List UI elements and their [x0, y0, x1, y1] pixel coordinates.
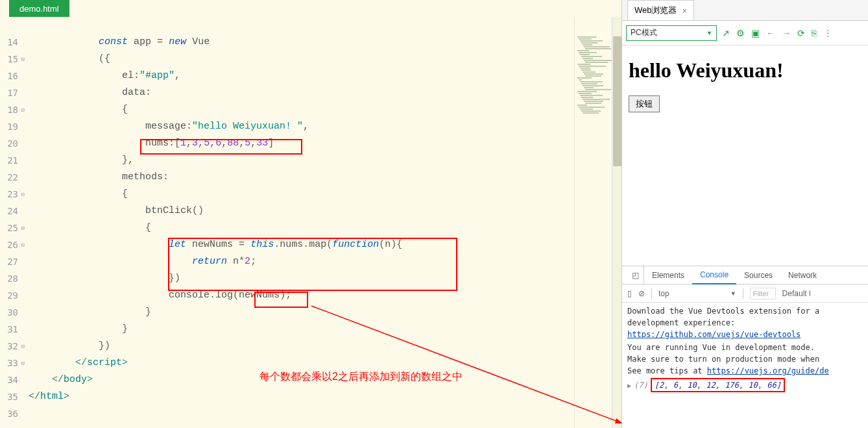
array-values: [2, 6, 10, 12, 176, 10, 66] [651, 378, 785, 392]
console-array-output[interactable]: ▶ (7) [2, 6, 10, 12, 176, 10, 66] [627, 378, 785, 392]
devtools: ◰ Elements Console Sources Network ▯ ⊘ t… [622, 266, 868, 428]
page-button[interactable]: 按钮 [629, 95, 660, 112]
devtools-link[interactable]: https://github.com/vuejs/vue-devtools [627, 330, 801, 339]
back-icon[interactable]: ← [766, 28, 775, 38]
browser-viewport: hello Weiyuxuan! 按钮 [622, 45, 868, 266]
minimap[interactable] [574, 17, 612, 428]
close-icon[interactable]: × [682, 6, 688, 16]
filter-input[interactable]: Filter [750, 288, 776, 299]
mode-select[interactable]: PC模式 ▼ [626, 25, 717, 41]
console-toolbar: ▯ ⊘ top ▼ Filter Default l [622, 284, 868, 303]
gear-icon[interactable]: ⚙ [736, 28, 745, 38]
mode-label: PC模式 [631, 27, 657, 38]
browser-tab-label: Web浏览器 [634, 5, 677, 16]
editor-tab-bar: demo.html [0, 0, 621, 17]
chevron-down-icon: ▼ [706, 30, 712, 36]
file-tab[interactable]: demo.html [9, 0, 69, 17]
inspect-icon[interactable]: ◰ [627, 266, 644, 284]
export-icon[interactable]: ↗ [722, 28, 730, 38]
browser-toolbar: PC模式 ▼ ↗ ⚙ ▣ ← → ⟳ ⎘ ⋮ [622, 21, 868, 45]
context-select[interactable]: top ▼ [658, 289, 736, 298]
browser-tab[interactable]: Web浏览器 × [627, 0, 694, 20]
console-body[interactable]: Download the Vue Devtools extension for … [622, 303, 868, 428]
screenshot-icon[interactable]: ▣ [751, 28, 760, 38]
scrollbar-thumb[interactable] [613, 36, 621, 166]
refresh-icon[interactable]: ⟳ [797, 28, 805, 38]
code-area: 1415⊟161718⊟1920212223⊟2425⊟26⊟272829303… [0, 17, 621, 428]
line-gutter: 1415⊟161718⊟1920212223⊟2425⊟26⊟272829303… [0, 17, 29, 428]
vue-guide-link[interactable]: https://vuejs.org/guide/de [707, 366, 829, 375]
forward-icon[interactable]: → [782, 28, 791, 38]
tab-console[interactable]: Console [692, 266, 736, 284]
more-icon[interactable]: ⋮ [823, 28, 832, 38]
console-message: You are running Vue in development mode.… [627, 342, 863, 377]
right-panel: Web浏览器 × PC模式 ▼ ↗ ⚙ ▣ ← → ⟳ ⎘ ⋮ hello We… [621, 0, 868, 428]
code-content[interactable]: const app = new Vue ({ el:"#app", data: … [29, 17, 574, 428]
sidebar-toggle-icon[interactable]: ▯ [627, 289, 632, 298]
annotation-text: 每个数都会乘以2之后再添加到新的数组之中 [259, 370, 463, 384]
browser-panel-tabs: Web浏览器 × [622, 0, 868, 21]
console-message: Download the Vue Devtools extension for … [627, 305, 863, 340]
chevron-down-icon: ▼ [730, 290, 736, 297]
page-heading: hello Weiyuxuan! [629, 58, 862, 82]
tab-elements[interactable]: Elements [644, 267, 692, 284]
vertical-scrollbar[interactable] [612, 17, 621, 428]
levels-label[interactable]: Default l [782, 289, 811, 298]
array-length: (7) [634, 379, 648, 391]
expand-icon[interactable]: ▶ [627, 381, 631, 390]
clear-icon[interactable]: ⊘ [638, 289, 645, 298]
devtools-tabs: ◰ Elements Console Sources Network [622, 266, 868, 284]
lock-icon[interactable]: ⎘ [812, 28, 817, 38]
tab-network[interactable]: Network [780, 267, 825, 284]
tab-sources[interactable]: Sources [736, 267, 780, 284]
editor-area: demo.html 1415⊟161718⊟1920212223⊟2425⊟26… [0, 0, 621, 428]
